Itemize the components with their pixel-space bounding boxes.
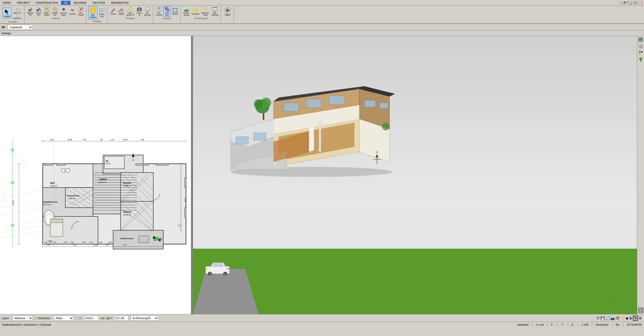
svg-rect-18	[120, 10, 123, 12]
tool-bearb[interactable]: Bear-beiten	[43, 6, 51, 17]
svg-text:1.00: 1.00	[63, 241, 67, 243]
window-close[interactable]: ✕	[638, 1, 642, 5]
svg-text:1.46: 1.46	[111, 139, 114, 140]
svg-text:N: N	[133, 159, 134, 161]
window-minimize[interactable]: _	[629, 1, 633, 5]
status-icon-save[interactable]: 💾	[600, 316, 605, 320]
tool-video[interactable]: Video	[223, 6, 232, 17]
window-icon-2[interactable]: ⚙	[623, 1, 626, 5]
tool-darstellen[interactable]: Dar-stellen	[88, 6, 98, 20]
selekt-label: Selekt	[4, 15, 10, 18]
menu-projekt[interactable]: PROJEKT	[14, 1, 33, 5]
menu-gelaende[interactable]: GELÄNDE	[71, 1, 90, 5]
tool-zuweisen[interactable]: Zuwei-sen	[35, 6, 43, 17]
mode-dropdown[interactable]: Urgelände Ansicht 1 Ansicht 2	[8, 25, 33, 30]
menu-bar: DATEI PROJEKT KONSTRUKTION 3D GELÄNDE SI…	[0, 0, 644, 6]
tool-darstellung[interactable]: Dar-stellung	[211, 6, 219, 17]
svg-text:2.10: 2.10	[53, 241, 56, 243]
info-group-label: Einstellungen	[194, 17, 208, 20]
tool-rechnen[interactable]: Rech-nen	[98, 8, 106, 18]
skalieren-label: Skalie-ren	[52, 12, 58, 16]
svg-text:80: 80	[101, 139, 103, 140]
svg-text:1.00: 1.00	[108, 241, 112, 243]
tool-kamera[interactable]: Kame-ra	[136, 6, 143, 17]
window-maximize[interactable]: □	[633, 1, 637, 5]
menu-sichten[interactable]: SICHTEN	[90, 1, 108, 5]
tool-skalieren[interactable]: Skalie-ren	[51, 6, 59, 17]
svg-text:36: 36	[45, 241, 47, 243]
svg-rect-152	[185, 177, 186, 188]
dl-select[interactable]: dl (Richtung/Di	[131, 316, 158, 321]
sidebar-tree-icon[interactable]	[638, 57, 643, 62]
tool-hintergrund[interactable]: Hinter-grund	[183, 6, 190, 17]
tool-selekt[interactable]: Selekt	[3, 8, 12, 19]
tool-abgreifen[interactable]: Abgrei-fen	[26, 6, 35, 17]
svg-rect-0	[28, 9, 30, 11]
3dschnitt-label: 3D-Schnitt	[156, 12, 162, 16]
status-icon-settings[interactable]: ⚙	[639, 316, 642, 320]
hintergrund-icon	[184, 7, 189, 12]
l-label: l =	[79, 317, 82, 320]
floor-plan-svg: 2.60 80 80 2.20 80 1.46 90 80 3.69	[0, 36, 191, 314]
tool-objekt[interactable]: Objekt	[117, 7, 125, 16]
menu-datei[interactable]: DATEI	[0, 1, 14, 5]
tool-3dschnitt[interactable]: 3D-Schnitt	[155, 6, 163, 17]
svg-rect-203	[284, 103, 299, 111]
tool-hinpinsel[interactable]: Hin-Pinsel	[77, 6, 85, 17]
svg-rect-149	[56, 164, 65, 165]
building-3d-svg: N	[223, 56, 400, 177]
svg-text:2.50: 2.50	[106, 244, 109, 246]
abgreifen-icon	[28, 7, 33, 12]
sidebar-panel-toggle[interactable]: ≡	[638, 308, 643, 313]
tool-beleuchtung[interactable]: Beleuch-tung	[201, 6, 210, 17]
status-icon-path[interactable]: ➰	[616, 316, 620, 320]
tool-mark[interactable]: ⬚ Mark. ▼	[12, 6, 23, 15]
sidebar-layers-icon[interactable]	[638, 37, 643, 43]
phi-input[interactable]	[115, 316, 128, 321]
status-icon-diamond[interactable]: ◆	[626, 316, 628, 320]
layer-select[interactable]: Abflusse	[13, 316, 33, 321]
status-icon-collision[interactable]: ⚡	[621, 316, 625, 320]
flaeche-icon	[172, 8, 178, 13]
svg-point-9	[91, 8, 95, 12]
rechnen-icon	[99, 8, 105, 14]
svg-rect-216	[263, 114, 264, 120]
tool-lichtquelle[interactable]: Licht-quelle ▼	[125, 6, 135, 17]
sidebar-colors-icon[interactable]	[638, 50, 643, 56]
geschoss-select[interactable]: Attika	[53, 316, 74, 321]
tool-3dbitmap[interactable]: 3D-Bitmap	[144, 6, 151, 17]
sidebar-view-icon[interactable]	[638, 44, 643, 49]
tool-drehen[interactable]: ↻ Drehen	[69, 7, 77, 16]
status-icon-photo[interactable]: 📷	[610, 316, 615, 320]
svg-text:24,73 m²: 24,73 m²	[43, 203, 51, 206]
window-icon-3[interactable]: ?	[627, 1, 628, 5]
status-icon-n[interactable]: N	[633, 316, 638, 321]
status-icon-refresh[interactable]: 🔄	[605, 316, 610, 320]
svg-text:13.69: 13.69	[48, 240, 52, 242]
svg-rect-29	[138, 7, 140, 8]
ein-label: Ein	[616, 323, 620, 326]
3d-view-panel[interactable]: N	[193, 36, 637, 314]
tool-verschieben[interactable]: ✥ Verschi-eben	[59, 6, 68, 17]
status-icon-grid[interactable]: ⊞	[629, 316, 632, 320]
svg-point-17	[111, 11, 113, 13]
tool-schatten2[interactable]: Schatten	[191, 7, 200, 16]
svg-rect-227	[639, 41, 643, 42]
svg-point-31	[146, 8, 147, 9]
floor-plan-container[interactable]: 2.60 80 80 2.20 80 1.46 90 80 3.69	[0, 36, 191, 314]
menu-3d[interactable]: 3D	[61, 1, 71, 5]
menu-bearbeiten[interactable]: BEARBEITEN	[108, 1, 132, 5]
floor-plan-panel: 2.60 80 80 2.20 80 1.46 90 80 3.69	[0, 36, 191, 314]
l-unit: cm	[101, 317, 105, 320]
tool-pinsel[interactable]: Pinsel	[109, 7, 117, 16]
svg-text:AR: AR	[106, 160, 109, 162]
menu-konstruktion[interactable]: KONSTRUKTION	[33, 1, 61, 5]
tool-optionen[interactable]: + Optionen	[12, 15, 23, 20]
window-icon-1[interactable]: 🔍	[619, 1, 623, 5]
geschoss-label: Geschoss :	[38, 317, 51, 320]
tool-kollision[interactable]: Kolli-sion	[163, 6, 171, 17]
svg-point-22	[129, 8, 132, 10]
l-input[interactable]	[84, 316, 99, 321]
tool-flaeche[interactable]: Fläche	[171, 7, 179, 16]
status-icon-clock[interactable]: ⏱	[596, 316, 600, 320]
